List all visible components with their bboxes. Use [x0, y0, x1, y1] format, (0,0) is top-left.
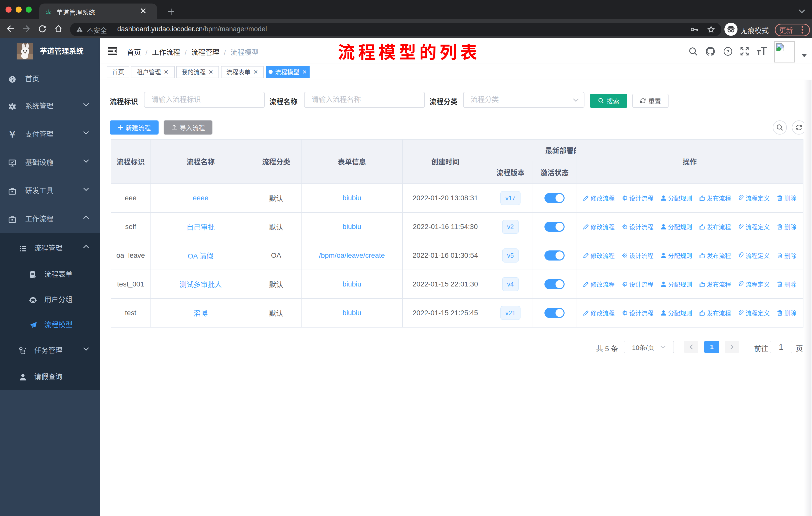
svg-text:?: ? — [726, 49, 730, 54]
